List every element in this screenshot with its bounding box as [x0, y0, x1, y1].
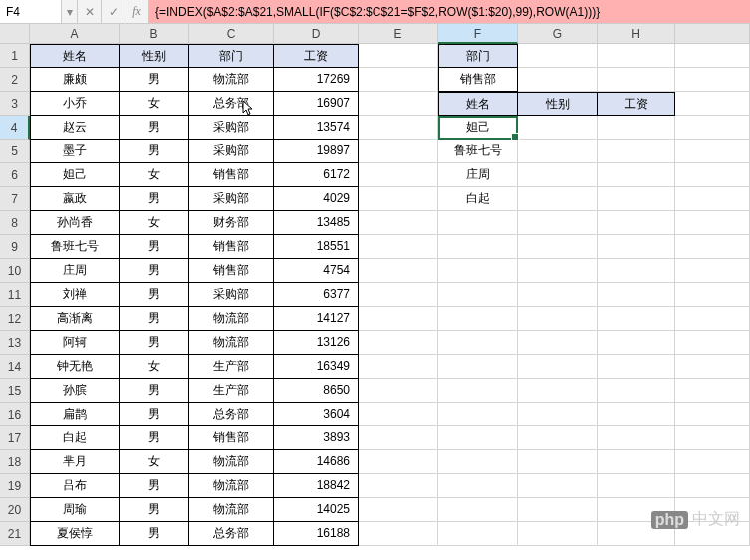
cell-F6[interactable]: 庄周 [438, 163, 518, 187]
cell-H9[interactable] [598, 235, 675, 259]
cell-C8[interactable]: 财务部 [189, 211, 274, 235]
cell-H5[interactable] [598, 140, 675, 163]
cell-D9[interactable]: 18551 [274, 235, 359, 259]
cell-A1[interactable]: 姓名 [30, 44, 120, 68]
cell-2[interactable] [675, 68, 750, 92]
cell-D15[interactable]: 8650 [274, 379, 359, 403]
cell-H16[interactable] [598, 403, 675, 426]
cell-H6[interactable] [598, 163, 675, 187]
cell-C15[interactable]: 生产部 [189, 379, 274, 403]
cell-G2[interactable] [518, 68, 598, 92]
cell-A17[interactable]: 白起 [30, 426, 120, 450]
cell-H7[interactable] [598, 187, 675, 211]
cell-D1[interactable]: 工资 [274, 44, 359, 68]
cell-A15[interactable]: 孙膑 [30, 379, 120, 403]
cell-B6[interactable]: 女 [120, 163, 189, 187]
cell-H14[interactable] [598, 355, 675, 379]
cell-E5[interactable] [359, 140, 438, 163]
cell-E19[interactable] [359, 474, 438, 498]
name-box[interactable]: F4 [0, 0, 62, 23]
cell-A3[interactable]: 小乔 [30, 92, 120, 116]
cell-E6[interactable] [359, 163, 438, 187]
cell-A9[interactable]: 鲁班七号 [30, 235, 120, 259]
cell-D20[interactable]: 14025 [274, 498, 359, 522]
cell-E9[interactable] [359, 235, 438, 259]
row-header-13[interactable]: 13 [0, 331, 30, 355]
row-header-11[interactable]: 11 [0, 283, 30, 307]
row-header-3[interactable]: 3 [0, 92, 30, 116]
cell-C1[interactable]: 部门 [189, 44, 274, 68]
cell-F7[interactable]: 白起 [438, 187, 518, 211]
cell-F4[interactable]: 妲己 [438, 116, 518, 140]
col-header-H[interactable]: H [598, 24, 675, 44]
cell-H10[interactable] [598, 259, 675, 283]
cell-B4[interactable]: 男 [120, 116, 189, 140]
cell-7[interactable] [675, 187, 750, 211]
name-box-dropdown[interactable]: ▾ [62, 0, 78, 23]
col-header-C[interactable]: C [189, 24, 274, 44]
row-header-14[interactable]: 14 [0, 355, 30, 379]
col-header-D[interactable]: D [274, 24, 359, 44]
cell-F11[interactable] [438, 283, 518, 307]
cell-H1[interactable] [598, 44, 675, 68]
cell-B3[interactable]: 女 [120, 92, 189, 116]
cell-C2[interactable]: 物流部 [189, 68, 274, 92]
cell-G15[interactable] [518, 379, 598, 403]
cell-D13[interactable]: 13126 [274, 331, 359, 355]
cell-A13[interactable]: 阿轲 [30, 331, 120, 355]
cell-E18[interactable] [359, 450, 438, 474]
cell-B1[interactable]: 性别 [120, 44, 189, 68]
cell-B21[interactable]: 男 [120, 522, 189, 546]
cell-D21[interactable]: 16188 [274, 522, 359, 546]
cell-B18[interactable]: 女 [120, 450, 189, 474]
cell-E11[interactable] [359, 283, 438, 307]
cell-D12[interactable]: 14127 [274, 307, 359, 331]
cell-E14[interactable] [359, 355, 438, 379]
cell-B11[interactable]: 男 [120, 283, 189, 307]
cell-D7[interactable]: 4029 [274, 187, 359, 211]
row-header-20[interactable]: 20 [0, 498, 30, 522]
cell-C19[interactable]: 物流部 [189, 474, 274, 498]
row-header-7[interactable]: 7 [0, 187, 30, 211]
cell-G18[interactable] [518, 450, 598, 474]
cell-B7[interactable]: 男 [120, 187, 189, 211]
col-header-B[interactable]: B [120, 24, 189, 44]
cell-H12[interactable] [598, 307, 675, 331]
cell-G12[interactable] [518, 307, 598, 331]
cell-19[interactable] [675, 474, 750, 498]
cell-B10[interactable]: 男 [120, 259, 189, 283]
cell-H15[interactable] [598, 379, 675, 403]
cell-B14[interactable]: 女 [120, 355, 189, 379]
cell-D10[interactable]: 4754 [274, 259, 359, 283]
cell-A18[interactable]: 芈月 [30, 450, 120, 474]
cell-A5[interactable]: 墨子 [30, 140, 120, 163]
cell-H3[interactable]: 工资 [598, 92, 675, 116]
cell-F2[interactable]: 销售部 [438, 68, 518, 92]
cell-G14[interactable] [518, 355, 598, 379]
cell-G5[interactable] [518, 140, 598, 163]
row-header-12[interactable]: 12 [0, 307, 30, 331]
cell-D5[interactable]: 19897 [274, 140, 359, 163]
row-header-2[interactable]: 2 [0, 68, 30, 92]
cell-16[interactable] [675, 403, 750, 426]
cell-B9[interactable]: 男 [120, 235, 189, 259]
cell-G21[interactable] [518, 522, 598, 546]
row-header-1[interactable]: 1 [0, 44, 30, 68]
cell-6[interactable] [675, 163, 750, 187]
row-header-9[interactable]: 9 [0, 235, 30, 259]
cell-H13[interactable] [598, 331, 675, 355]
cell-H17[interactable] [598, 426, 675, 450]
cell-D2[interactable]: 17269 [274, 68, 359, 92]
cell-E20[interactable] [359, 498, 438, 522]
cell-1[interactable] [675, 44, 750, 68]
cell-G13[interactable] [518, 331, 598, 355]
cell-F5[interactable]: 鲁班七号 [438, 140, 518, 163]
cell-E1[interactable] [359, 44, 438, 68]
cell-G16[interactable] [518, 403, 598, 426]
col-header-E[interactable]: E [359, 24, 438, 44]
cell-C21[interactable]: 总务部 [189, 522, 274, 546]
cell-G20[interactable] [518, 498, 598, 522]
cell-C13[interactable]: 物流部 [189, 331, 274, 355]
cell-D4[interactable]: 13574 [274, 116, 359, 140]
cell-E7[interactable] [359, 187, 438, 211]
